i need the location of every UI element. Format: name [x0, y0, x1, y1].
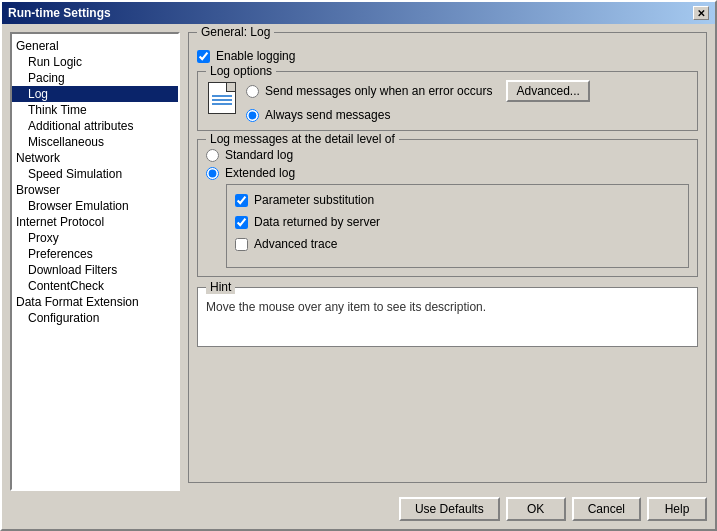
bottom-buttons: Use Defaults OK Cancel Help: [10, 491, 707, 521]
tree-label: Configuration: [28, 311, 99, 325]
tree-item-contentcheck[interactable]: ContentCheck: [12, 278, 178, 294]
doc-lines: [212, 95, 232, 107]
log-options-group: Log options: [197, 71, 698, 131]
advanced-trace-row: Advanced trace: [235, 237, 680, 251]
tree-label: Browser Emulation: [28, 199, 129, 213]
standard-log-radio[interactable]: [206, 149, 219, 162]
enable-logging-row: Enable logging: [197, 49, 698, 63]
title-bar: Run-time Settings ✕: [2, 2, 715, 24]
hint-title: Hint: [206, 280, 235, 294]
log-detail-group: Log messages at the detail level of Stan…: [197, 139, 698, 277]
tree-label: Additional attributes: [28, 119, 133, 133]
always-send-row: Always send messages: [246, 108, 689, 122]
extended-log-label: Extended log: [225, 166, 295, 180]
extended-log-row: Extended log: [206, 166, 689, 180]
log-document-icon: [208, 82, 236, 114]
tree-item-download-filters[interactable]: Download Filters: [12, 262, 178, 278]
log-options-radios: Send messages only when an error occurs …: [246, 80, 689, 122]
cancel-button[interactable]: Cancel: [572, 497, 641, 521]
standard-log-row: Standard log: [206, 148, 689, 162]
window-title: Run-time Settings: [8, 6, 111, 20]
data-returned-checkbox[interactable]: [235, 216, 248, 229]
data-returned-row: Data returned by server: [235, 215, 680, 229]
main-content: General Run Logic Pacing Log Think Time …: [10, 32, 707, 491]
log-options-title: Log options: [206, 64, 276, 78]
tree-item-browser[interactable]: Browser: [12, 182, 178, 198]
send-error-radio[interactable]: [246, 85, 259, 98]
tree-label: Data Format Extension: [16, 295, 139, 309]
advanced-button[interactable]: Advanced...: [506, 80, 589, 102]
tree-item-log[interactable]: Log: [12, 86, 178, 102]
tree-label: Preferences: [28, 247, 93, 261]
tree-label: Speed Simulation: [28, 167, 122, 181]
tree-item-browser-emulation[interactable]: Browser Emulation: [12, 198, 178, 214]
general-log-group: General: Log Enable logging Log options: [188, 32, 707, 483]
log-options-inner: Send messages only when an error occurs …: [206, 80, 689, 122]
tree-item-run-logic[interactable]: Run Logic: [12, 54, 178, 70]
extended-log-radio[interactable]: [206, 167, 219, 180]
section-title: General: Log: [197, 25, 274, 39]
ok-button[interactable]: OK: [506, 497, 566, 521]
hint-text: Move the mouse over any item to see its …: [206, 300, 689, 314]
tree-label: General: [16, 39, 59, 53]
tree-item-miscellaneous[interactable]: Miscellaneous: [12, 134, 178, 150]
run-time-settings-window: Run-time Settings ✕ General Run Logic Pa…: [0, 0, 717, 531]
tree-item-network[interactable]: Network: [12, 150, 178, 166]
tree-item-preferences[interactable]: Preferences: [12, 246, 178, 262]
always-send-label: Always send messages: [265, 108, 390, 122]
param-sub-checkbox[interactable]: [235, 194, 248, 207]
send-error-label: Send messages only when an error occurs: [265, 84, 492, 98]
tree-label: Network: [16, 151, 60, 165]
enable-logging-label: Enable logging: [216, 49, 295, 63]
doc-line: [212, 99, 232, 101]
tree-item-additional-attributes[interactable]: Additional attributes: [12, 118, 178, 134]
tree-panel: General Run Logic Pacing Log Think Time …: [10, 32, 180, 491]
close-button[interactable]: ✕: [693, 6, 709, 20]
extended-options-box: Parameter substitution Data returned by …: [226, 184, 689, 268]
tree-item-configuration[interactable]: Configuration: [12, 310, 178, 326]
standard-log-label: Standard log: [225, 148, 293, 162]
tree-label: Download Filters: [28, 263, 117, 277]
tree-label: Internet Protocol: [16, 215, 104, 229]
doc-line: [212, 103, 232, 105]
tree-item-speed-simulation[interactable]: Speed Simulation: [12, 166, 178, 182]
tree-label: Think Time: [28, 103, 87, 117]
tree-label: Run Logic: [28, 55, 82, 69]
advanced-trace-label: Advanced trace: [254, 237, 337, 251]
help-button[interactable]: Help: [647, 497, 707, 521]
tree-item-data-format-extension[interactable]: Data Format Extension: [12, 294, 178, 310]
use-defaults-button[interactable]: Use Defaults: [399, 497, 500, 521]
tree-label: ContentCheck: [28, 279, 104, 293]
tree-item-pacing[interactable]: Pacing: [12, 70, 178, 86]
doc-line: [212, 95, 232, 97]
send-error-row: Send messages only when an error occurs …: [246, 80, 689, 102]
log-detail-title: Log messages at the detail level of: [206, 132, 399, 146]
tree-label: Browser: [16, 183, 60, 197]
hint-group: Hint Move the mouse over any item to see…: [197, 287, 698, 347]
tree-label: Pacing: [28, 71, 65, 85]
tree-item-proxy[interactable]: Proxy: [12, 230, 178, 246]
enable-logging-checkbox[interactable]: [197, 50, 210, 63]
right-panel: General: Log Enable logging Log options: [188, 32, 707, 491]
tree-label: Proxy: [28, 231, 59, 245]
always-send-radio[interactable]: [246, 109, 259, 122]
tree-item-general[interactable]: General: [12, 38, 178, 54]
tree-label: Log: [28, 87, 48, 101]
tree-item-internet-protocol[interactable]: Internet Protocol: [12, 214, 178, 230]
data-returned-label: Data returned by server: [254, 215, 380, 229]
window-body: General Run Logic Pacing Log Think Time …: [2, 24, 715, 529]
advanced-trace-checkbox[interactable]: [235, 238, 248, 251]
param-sub-row: Parameter substitution: [235, 193, 680, 207]
param-sub-label: Parameter substitution: [254, 193, 374, 207]
tree-label: Miscellaneous: [28, 135, 104, 149]
tree-item-think-time[interactable]: Think Time: [12, 102, 178, 118]
